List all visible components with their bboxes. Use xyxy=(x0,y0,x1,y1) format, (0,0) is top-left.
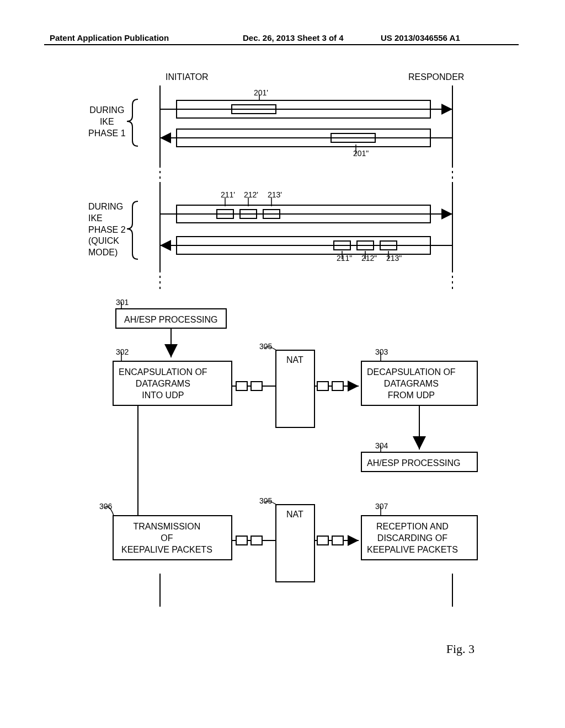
svg-rect-40 xyxy=(113,516,232,560)
header-left: Patent Application Publication xyxy=(50,33,169,42)
header-right: US 2013/0346556 A1 xyxy=(381,33,460,42)
header-mid: Dec. 26, 2013 Sheet 3 of 4 xyxy=(243,33,344,42)
svg-rect-30 xyxy=(361,361,477,405)
svg-rect-43 xyxy=(236,536,247,545)
figure-diagram: INITIATOR RESPONDER DURING IKE PHASE 1 2… xyxy=(66,72,497,656)
svg-rect-33 xyxy=(251,382,262,390)
svg-rect-28 xyxy=(113,361,232,405)
svg-rect-39 xyxy=(276,505,315,582)
svg-rect-46 xyxy=(317,536,328,545)
svg-rect-38 xyxy=(361,452,477,472)
svg-rect-47 xyxy=(332,536,343,545)
svg-rect-32 xyxy=(236,382,247,390)
svg-rect-26 xyxy=(116,309,226,328)
header-rule xyxy=(44,44,519,45)
svg-rect-29 xyxy=(276,350,315,427)
svg-rect-44 xyxy=(251,536,262,545)
diagram-svg xyxy=(66,72,497,656)
svg-rect-35 xyxy=(317,382,328,390)
svg-rect-41 xyxy=(361,516,477,560)
svg-rect-36 xyxy=(332,382,343,390)
